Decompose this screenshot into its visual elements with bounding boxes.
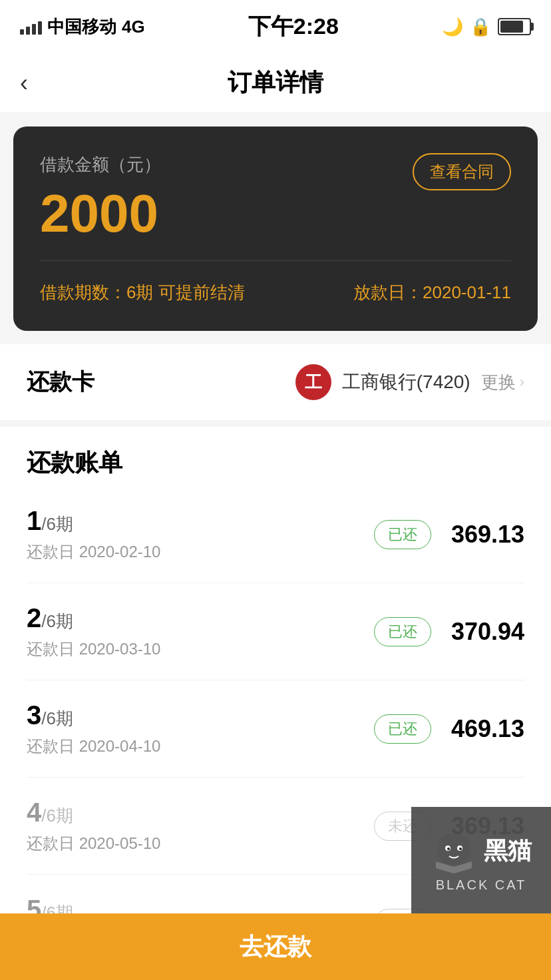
bill-left: 1/6期 还款日 2020-02-10	[27, 506, 160, 563]
bottom-cta[interactable]: 去还款	[0, 913, 551, 980]
svg-point-7	[459, 848, 462, 850]
status-left: 中国移动 4G	[20, 15, 145, 39]
blackcat-watermark: 黑猫 BLACK CAT	[411, 807, 551, 913]
period-label: 借款期数：	[40, 282, 126, 302]
bill-period: 1/6期	[27, 506, 160, 536]
lock-icon: 🔒	[470, 17, 491, 37]
bill-item: 1/6期 还款日 2020-02-10 已还 369.13	[27, 486, 524, 583]
network-label: 4G	[122, 17, 145, 37]
time-label: 下午2:28	[248, 11, 339, 42]
status-right: 🌙 🔒	[442, 17, 531, 37]
loan-amount-label: 借款金额（元）	[40, 153, 161, 176]
bill-period: 2/6期	[27, 603, 160, 633]
bank-icon: 工	[295, 364, 331, 400]
moon-icon: 🌙	[442, 17, 463, 37]
bill-item: 3/6期 还款日 2020-04-10 已还 469.13	[27, 680, 524, 778]
bill-date: 还款日 2020-05-10	[27, 833, 160, 854]
signal-icon	[20, 19, 42, 35]
blackcat-cn-text: 黑猫	[484, 835, 532, 867]
repayment-card-title: 还款卡	[27, 367, 94, 397]
svg-point-6	[447, 848, 450, 850]
carrier-label: 中国移动	[47, 15, 116, 39]
bill-right: 已还 369.13	[374, 520, 524, 549]
page-title: 订单详情	[228, 67, 323, 99]
bill-period: 4/6期	[27, 798, 160, 828]
bill-date: 还款日 2020-03-10	[27, 638, 160, 660]
bill-amount: 370.94	[445, 618, 524, 646]
bill-date: 还款日 2020-04-10	[27, 736, 160, 757]
bill-left: 2/6期 还款日 2020-03-10	[27, 603, 160, 660]
change-card-button[interactable]: 更换 ›	[481, 371, 524, 394]
bill-amount: 369.13	[445, 521, 524, 549]
blackcat-en-text: BLACK CAT	[436, 877, 527, 893]
bill-right: 已还 469.13	[374, 714, 524, 744]
release-date-label: 放款日：	[353, 282, 423, 302]
status-badge: 已还	[374, 520, 431, 549]
repayment-card-section: 还款卡 工 工商银行(7420) 更换 ›	[0, 344, 551, 420]
status-badge: 已还	[374, 617, 431, 646]
loan-divider	[40, 260, 511, 261]
bill-date: 还款日 2020-02-10	[27, 541, 160, 563]
period-value: 6期 可提前结清	[126, 282, 245, 302]
cta-button-label: 去还款	[240, 931, 311, 963]
bill-right: 已还 370.94	[374, 617, 524, 646]
blackcat-icon	[431, 828, 477, 875]
bank-info: 工 工商银行(7420) 更换 ›	[295, 364, 524, 400]
battery-icon	[498, 18, 531, 35]
repayment-bill-title: 还款账单	[27, 447, 524, 479]
bill-period: 3/6期	[27, 700, 160, 730]
bill-item: 2/6期 还款日 2020-03-10 已还 370.94	[27, 583, 524, 680]
back-button[interactable]: ‹	[20, 69, 28, 97]
bill-left: 4/6期 还款日 2020-05-10	[27, 798, 160, 854]
release-date-value: 2020-01-11	[423, 282, 511, 302]
loan-period: 借款期数：6期 可提前结清	[40, 281, 245, 304]
bank-name: 工商银行(7420)	[342, 369, 470, 395]
loan-card: 借款金额（元） 2000 查看合同 借款期数：6期 可提前结清 放款日：2020…	[13, 126, 538, 331]
view-contract-button[interactable]: 查看合同	[413, 153, 511, 190]
nav-bar: ‹ 订单详情	[0, 53, 551, 113]
status-bar: 中国移动 4G 下午2:28 🌙 🔒	[0, 0, 551, 53]
svg-text:工: 工	[305, 372, 322, 392]
chevron-right-icon: ›	[520, 373, 524, 391]
status-badge: 已还	[374, 714, 431, 744]
change-label: 更换	[481, 371, 516, 394]
bill-amount: 469.13	[445, 715, 524, 743]
loan-amount-value: 2000	[40, 187, 161, 240]
blackcat-logo: 黑猫	[431, 828, 532, 875]
loan-release-date: 放款日：2020-01-11	[353, 281, 511, 304]
bill-left: 3/6期 还款日 2020-04-10	[27, 700, 160, 757]
